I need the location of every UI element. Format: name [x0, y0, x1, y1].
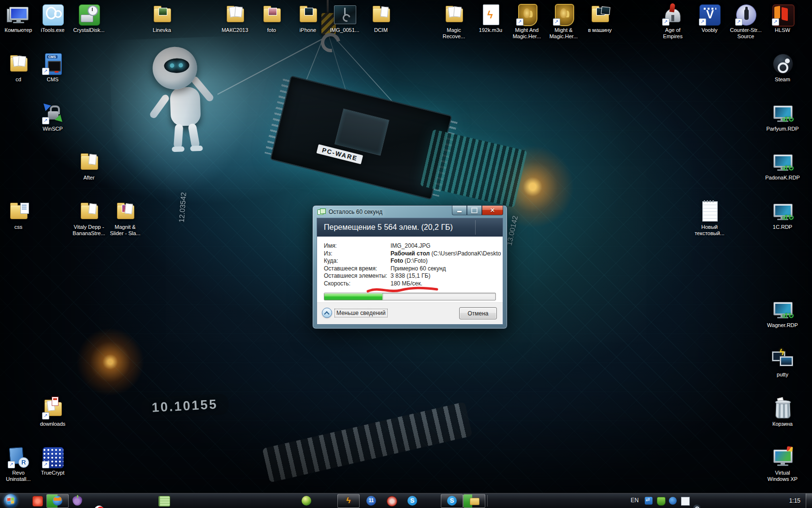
taskbar-icon-skype[interactable]: S	[407, 496, 417, 506]
desktop-icon-new-text-document[interactable]: Новый текстовый...	[691, 200, 728, 237]
winscp-lock-icon: ↗	[41, 102, 64, 125]
shortcut-arrow-icon: ↗	[553, 18, 560, 26]
desktop-icon-crystaldisk[interactable]: CrystalDisk...	[71, 3, 107, 33]
chevron-up-icon	[322, 308, 332, 318]
desktop-icon-v-mashinu[interactable]: в машину	[581, 3, 618, 33]
desktop-icon-m3u-playlist[interactable]: ϟ 192k.m3u	[472, 3, 509, 33]
skype-icon: S	[447, 496, 457, 506]
taskbar-icon-blue-11[interactable]: 11	[366, 496, 376, 506]
desktop-icon-truecrypt[interactable]: ↗ TrueCrypt	[34, 446, 71, 476]
taskbar-icon-sphere-app[interactable]	[302, 496, 311, 506]
desktop-icon-foto[interactable]: foto	[253, 3, 290, 33]
taskbar-icon-tor[interactable]	[72, 496, 82, 506]
winamp-icon: ϟ	[344, 496, 353, 506]
taskbar-separator	[487, 495, 488, 507]
cancel-button[interactable]: Отмена	[459, 307, 497, 319]
maximize-icon	[471, 208, 478, 213]
desktop-icon-iphone[interactable]: iPhone	[290, 3, 326, 33]
folder-icon	[7, 52, 30, 75]
desktop-icon-magic-recovery[interactable]: Magic Recove...	[435, 3, 472, 40]
desktop-icon-padonak-rdp[interactable]: ↺↻ PadonaK.RDP	[764, 150, 801, 181]
shortcut-arrow-icon: ↗	[772, 18, 779, 26]
taskbar-clock[interactable]: 1:15	[789, 497, 800, 504]
shortcut-arrow-icon: ↗	[8, 461, 15, 468]
taskbar-button-skype-window[interactable]: S	[441, 494, 463, 508]
less-details-button[interactable]: Меньше сведений	[322, 308, 388, 318]
language-indicator[interactable]: EN	[627, 497, 642, 504]
folder-icon	[77, 150, 101, 174]
tray-snip-icon[interactable]	[681, 497, 690, 506]
putty-icon: ϟ	[771, 347, 794, 371]
desktop-icon-recycle-bin[interactable]: Корзина	[764, 397, 801, 427]
rdp-monitor-icon: ↺↻	[771, 298, 794, 321]
minimize-button[interactable]	[452, 206, 467, 215]
taskbar-icon-notebook[interactable]	[159, 496, 170, 507]
taskbar-icon-red-app[interactable]	[32, 496, 43, 507]
tray-antivirus-shield-icon[interactable]	[657, 497, 666, 506]
hlsw-icon: ↗	[771, 3, 794, 26]
shortcut-arrow-icon: ↗	[42, 68, 49, 75]
firefox-icon	[53, 496, 62, 506]
desktop-icon-revo-uninstaller[interactable]: R↗ Revo Uninstall...	[0, 446, 37, 482]
desktop-icon-after[interactable]: After	[71, 150, 107, 181]
desktop-icon-magnit-slider[interactable]: Magnit & Slider - Sla...	[107, 200, 144, 237]
close-button[interactable]: ✕	[482, 206, 503, 215]
virtual-xp-icon	[771, 446, 794, 469]
detail-row-name: Имя:IMG_2004.JPG	[324, 242, 503, 250]
detail-row-to: Куда:Foto (D:\Foto)	[324, 257, 503, 265]
minimize-icon	[457, 211, 462, 212]
desktop-icon-putty[interactable]: ϟ putty	[764, 347, 801, 378]
taskbar-button-winamp[interactable]: ϟ	[337, 494, 360, 508]
taskbar-icon-opera[interactable]	[94, 506, 104, 508]
folder-icon	[369, 3, 392, 26]
desktop-icon-voobly[interactable]: V↗ Voobly	[691, 3, 728, 33]
system-tray: EN 1:15	[624, 493, 812, 508]
desktop-icon-computer[interactable]: Компьютер	[0, 3, 37, 33]
taskbar-icon-aimp[interactable]	[387, 496, 397, 507]
folder-posters-icon	[114, 200, 137, 223]
maximize-button[interactable]	[467, 206, 482, 215]
desktop-icon-parfyum-rdp[interactable]: ↺↻ Parfyum.RDP	[764, 102, 801, 132]
desktop-icon-steam[interactable]: Steam	[764, 52, 801, 83]
desktop-icon-cms[interactable]: CMS↗ CMS	[34, 52, 71, 83]
tray-teamviewer-icon[interactable]	[645, 497, 652, 505]
dialog-titlebar[interactable]: Осталось 60 секунд ✕	[313, 206, 507, 218]
desktop-icon-age-of-empires[interactable]: ↗ Age of Empires	[654, 3, 691, 40]
stuffed-folder-icon	[223, 3, 246, 26]
desktop-icon-linevka[interactable]: Linevka	[144, 3, 180, 33]
desktop-icon-cd[interactable]: cd	[0, 52, 37, 83]
desktop-icon-maks2013[interactable]: МАКС2013	[217, 3, 253, 33]
desktop-icon-itools[interactable]: iTools.exe	[34, 3, 71, 33]
shortcut-arrow-icon: ↗	[42, 412, 49, 419]
dialog-content: Перемещение 5 564 элем. (20,2 ГБ) Имя:IM…	[317, 218, 503, 325]
taskbar-button-firefox[interactable]	[46, 494, 69, 508]
show-desktop-button[interactable]	[806, 493, 812, 508]
dialog-operation-header: Перемещение 5 564 элем. (20,2 ГБ)	[317, 218, 503, 237]
shortcut-arrow-icon: ↗	[735, 18, 742, 26]
desktop-icon-might-and-magic-1[interactable]: ↗ Might And Magic.Her...	[508, 3, 545, 40]
desktop-icon-downloads[interactable]: ↗ downloads	[34, 397, 71, 427]
desktop-icon-img0051[interactable]: IMG_0051...	[326, 3, 363, 33]
desktop-icon-might-and-magic-2[interactable]: ↗ Might & Magic.Her...	[545, 3, 582, 40]
desktop: PC-WARE 10.10155 12.03542 13.00142 Компь…	[0, 0, 812, 508]
desktop-icon-hlsw[interactable]: ↗ HLSW	[764, 3, 801, 33]
desktop-icon-virtual-windows-xp[interactable]: Virtual Windows XP	[764, 446, 801, 482]
tray-steam-icon[interactable]	[693, 505, 701, 508]
detail-row-from: Из:Рабочий стол (C:\Users\PadonaK\Deskto	[324, 250, 503, 258]
copy-files-icon	[318, 209, 325, 215]
desktop-icon-counter-strike[interactable]: ↗ Counter-Str... Source	[727, 3, 764, 40]
playlist-file-icon: ϟ	[479, 3, 502, 26]
taskbar-button-explorer-copy[interactable]	[463, 494, 485, 508]
desktop-icon-css[interactable]: css	[0, 200, 37, 230]
copy-progress-fill	[324, 293, 382, 300]
start-button[interactable]	[4, 494, 17, 508]
tray-thunderbird-icon[interactable]	[669, 497, 677, 505]
desktop-icon-dcim[interactable]: DCIM	[362, 3, 399, 33]
revo-icon: R↗	[7, 446, 30, 469]
desktop-icon-vitaly-depp[interactable]: Vitaly Depp - BananaStre...	[71, 200, 107, 237]
dialog-title: Осталось 60 секунд	[329, 209, 382, 215]
desktop-icon-winscp[interactable]: ↗ WinSCP	[34, 102, 71, 132]
close-icon: ✕	[490, 206, 495, 214]
desktop-icon-1c-rdp[interactable]: ↺↻ 1C.RDP	[764, 200, 801, 230]
desktop-icon-wagner-rdp[interactable]: ↺↻ Wagner.RDP	[764, 298, 801, 329]
